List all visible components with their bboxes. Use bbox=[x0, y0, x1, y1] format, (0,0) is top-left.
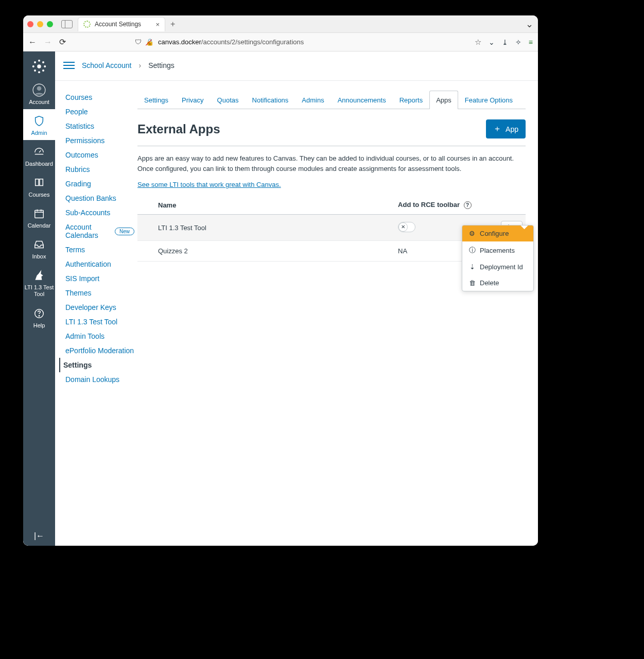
subnav-themes[interactable]: Themes bbox=[63, 286, 137, 300]
subnav-account-calendars[interactable]: Account Calendars New bbox=[63, 220, 137, 242]
collapse-nav-icon[interactable]: |← bbox=[23, 531, 55, 541]
nav-lti-tool[interactable]: LTI 1.3 Test Tool bbox=[23, 264, 55, 302]
canvas-logo-icon[interactable] bbox=[31, 59, 47, 74]
subnav-grading[interactable]: Grading bbox=[63, 177, 137, 191]
menu-delete[interactable]: 🗑 Delete bbox=[462, 275, 533, 291]
book-icon bbox=[32, 176, 46, 189]
nav-dashboard[interactable]: Dashboard bbox=[23, 140, 55, 171]
maximize-window-icon[interactable] bbox=[47, 21, 53, 27]
page-heading: External Apps bbox=[137, 122, 220, 136]
browser-tab[interactable]: Account Settings × bbox=[78, 17, 165, 31]
menu-deployment-id[interactable]: ⇣ Deployment Id bbox=[462, 259, 533, 275]
inbox-icon bbox=[32, 238, 46, 251]
rce-toggle[interactable]: ✕ bbox=[398, 222, 415, 232]
plus-icon: ＋ bbox=[493, 124, 501, 134]
url-path: /accounts/2/settings/configurations bbox=[201, 38, 304, 46]
minimize-window-icon[interactable] bbox=[37, 21, 43, 27]
svg-point-2 bbox=[38, 71, 40, 73]
subnav-sis-import[interactable]: SIS Import bbox=[63, 271, 137, 286]
svg-point-6 bbox=[42, 61, 44, 63]
subnav-courses[interactable]: Courses bbox=[63, 90, 137, 105]
close-window-icon[interactable] bbox=[27, 21, 33, 27]
sidebar-toggle-icon[interactable] bbox=[61, 20, 73, 28]
tab-reports[interactable]: Reports bbox=[393, 91, 430, 109]
tab-quotas[interactable]: Quotas bbox=[211, 91, 246, 109]
subnav-sub-accounts[interactable]: Sub-Accounts bbox=[63, 205, 137, 220]
subnav-permissions[interactable]: Permissions bbox=[63, 133, 137, 148]
nav-admin[interactable]: Admin bbox=[23, 109, 55, 140]
pocket-icon[interactable]: ⌄ bbox=[489, 38, 495, 46]
nav-label: Dashboard bbox=[25, 161, 53, 167]
global-nav: Account Admin Dashboard bbox=[23, 51, 55, 546]
subnav-people[interactable]: People bbox=[63, 105, 137, 119]
breadcrumb-current: Settings bbox=[148, 61, 175, 70]
nav-calendar[interactable]: Calendar bbox=[23, 202, 55, 233]
tabs-dropdown-icon[interactable]: ⌄ bbox=[525, 19, 534, 30]
nav-courses[interactable]: Courses bbox=[23, 171, 55, 202]
svg-rect-11 bbox=[35, 211, 44, 218]
nav-label: Calendar bbox=[28, 222, 51, 229]
app-name: Quizzes 2 bbox=[137, 241, 391, 262]
tab-feature-options[interactable]: Feature Options bbox=[458, 91, 519, 109]
extension-icon[interactable]: ✧ bbox=[515, 38, 521, 46]
tab-announcements[interactable]: Announcements bbox=[331, 91, 393, 109]
breadcrumb: School Account › Settings bbox=[55, 51, 538, 81]
bookmark-star-icon[interactable]: ☆ bbox=[475, 38, 481, 47]
new-tab-button[interactable]: + bbox=[170, 20, 175, 29]
tab-admins[interactable]: Admins bbox=[295, 91, 330, 109]
shield-icon[interactable]: 🛡 bbox=[135, 38, 142, 46]
hamburger-icon[interactable] bbox=[63, 60, 75, 71]
window-controls bbox=[27, 21, 53, 27]
toggle-knob-off-icon: ✕ bbox=[398, 222, 408, 232]
subnav-lti-test-tool[interactable]: LTI 1.3 Test Tool bbox=[63, 315, 137, 329]
see-lti-link[interactable]: See some LTI tools that work great with … bbox=[137, 181, 281, 188]
subnav-rubrics[interactable]: Rubrics bbox=[63, 162, 137, 177]
subnav-terms[interactable]: Terms bbox=[63, 242, 137, 257]
app-name: LTI 1.3 Test Tool bbox=[137, 215, 391, 241]
subnav-statistics[interactable]: Statistics bbox=[63, 119, 137, 133]
subnav-domain-lookups[interactable]: Domain Lookups bbox=[63, 372, 137, 387]
nav-account[interactable]: Account bbox=[23, 78, 55, 109]
nav-label: Admin bbox=[31, 130, 47, 136]
tab-notifications[interactable]: Notifications bbox=[246, 91, 295, 109]
download-icon[interactable]: ⤓ bbox=[502, 38, 508, 46]
subnav-admin-tools[interactable]: Admin Tools bbox=[63, 329, 137, 343]
help-icon[interactable]: ? bbox=[464, 201, 472, 209]
subnav-eportfolio[interactable]: ePortfolio Moderation bbox=[63, 343, 137, 358]
subnav-authentication[interactable]: Authentication bbox=[63, 257, 137, 271]
back-button[interactable]: ← bbox=[28, 38, 37, 47]
subnav-question-banks[interactable]: Question Banks bbox=[63, 191, 137, 205]
breadcrumb-root[interactable]: School Account bbox=[82, 61, 132, 70]
nav-label: LTI 1.3 Test Tool bbox=[23, 284, 55, 298]
menu-placements[interactable]: ⓘ Placements bbox=[462, 241, 533, 259]
address-bar[interactable]: 🛡 🔒 canvas.docker/accounts/2/settings/co… bbox=[73, 38, 467, 46]
subnav-settings[interactable]: Settings bbox=[59, 358, 137, 372]
menu-configure[interactable]: ⚙ Configure bbox=[462, 226, 533, 241]
menu-icon[interactable]: ≡ bbox=[529, 38, 533, 46]
nav-help[interactable]: Help bbox=[23, 302, 55, 333]
tab-privacy[interactable]: Privacy bbox=[175, 91, 211, 109]
tab-close-icon[interactable]: × bbox=[155, 21, 160, 28]
account-subnav: Courses People Statistics Permissions Ou… bbox=[55, 81, 137, 546]
menu-label: Delete bbox=[480, 279, 499, 287]
browser-tabbar: Account Settings × + ⌄ bbox=[23, 15, 538, 33]
svg-point-3 bbox=[32, 65, 34, 67]
tab-settings[interactable]: Settings bbox=[137, 91, 175, 109]
help-icon bbox=[32, 307, 46, 320]
menu-label: Deployment Id bbox=[480, 263, 523, 271]
favicon-icon bbox=[83, 21, 91, 28]
tab-apps[interactable]: Apps bbox=[429, 91, 458, 109]
subnav-label: Account Calendars bbox=[65, 223, 111, 239]
subnav-developer-keys[interactable]: Developer Keys bbox=[63, 300, 137, 315]
forward-button[interactable]: → bbox=[44, 38, 52, 47]
reload-button[interactable]: ⟳ bbox=[59, 37, 66, 47]
nav-inbox[interactable]: Inbox bbox=[23, 233, 55, 264]
subnav-outcomes[interactable]: Outcomes bbox=[63, 148, 137, 162]
add-app-button[interactable]: ＋ App bbox=[486, 119, 526, 138]
svg-point-8 bbox=[42, 70, 44, 72]
insecure-lock-icon[interactable]: 🔒 bbox=[146, 38, 154, 46]
svg-point-7 bbox=[34, 70, 36, 72]
menu-label: Placements bbox=[480, 247, 515, 254]
col-name: Name bbox=[137, 196, 391, 215]
browser-window: Account Settings × + ⌄ ← → ⟳ 🛡 🔒 canvas.… bbox=[23, 15, 538, 546]
